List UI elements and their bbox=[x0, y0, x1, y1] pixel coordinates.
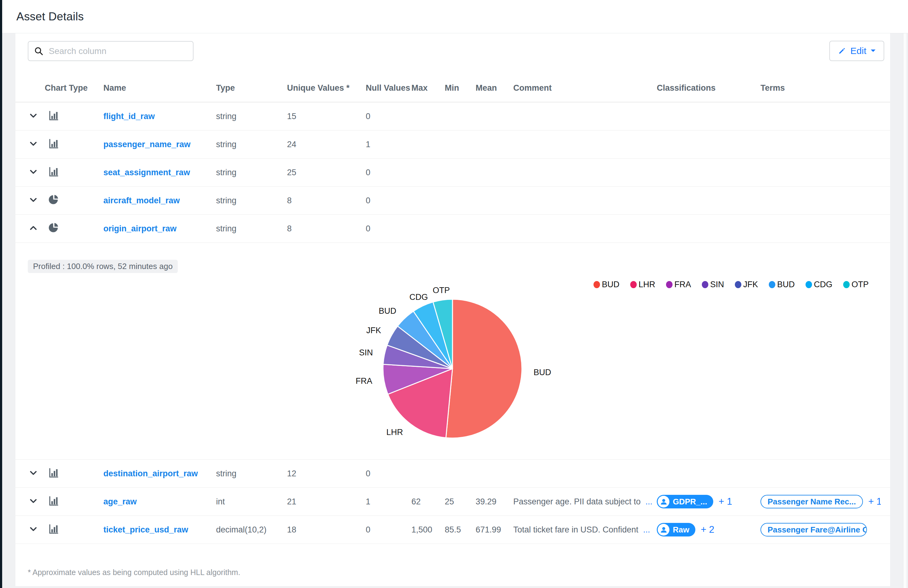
classification-tag[interactable]: Raw bbox=[657, 523, 695, 537]
pie-slice-label: OTP bbox=[433, 286, 450, 295]
comment-expand-link[interactable]: ... bbox=[646, 497, 652, 506]
column-header-unique-values: Unique Values * bbox=[287, 83, 366, 93]
vertical-scrollbar[interactable] bbox=[903, 33, 906, 588]
column-name-link[interactable]: aircraft_model_raw bbox=[103, 196, 180, 205]
bar-chart-icon bbox=[48, 527, 60, 537]
legend-label: CDG bbox=[814, 280, 832, 289]
null-values: 0 bbox=[366, 168, 411, 177]
table-toolbar: Edit bbox=[15, 33, 890, 74]
expand-row-button[interactable] bbox=[28, 110, 39, 121]
search-input[interactable] bbox=[28, 41, 193, 61]
bar-chart-icon bbox=[48, 114, 60, 123]
origin-airport-pie-chart[interactable]: BUDLHRFRASINJFKBUDCDGOTP bbox=[15, 243, 890, 459]
column-type: string bbox=[216, 112, 287, 121]
legend-label: FRA bbox=[675, 280, 691, 289]
column-type: decimal(10,2) bbox=[216, 525, 287, 535]
table-row: origin_airport_rawstring80 bbox=[15, 215, 890, 243]
legend-item-bud-0[interactable]: BUD bbox=[594, 280, 620, 289]
terms-cell: Passenger Name Rec...+ 1 bbox=[760, 495, 881, 508]
expand-row-button[interactable] bbox=[28, 138, 39, 149]
terms-more-count[interactable]: + 1 bbox=[868, 496, 881, 507]
column-name-link[interactable]: age_raw bbox=[103, 497, 137, 506]
legend-item-bud-5[interactable]: BUD bbox=[769, 280, 795, 289]
pie-chart-icon bbox=[48, 226, 59, 235]
pie-slice-label: BUD bbox=[534, 368, 551, 377]
legend-item-fra-2[interactable]: FRA bbox=[666, 280, 691, 289]
min-value: 25 bbox=[445, 497, 476, 506]
terms-cell: Passenger Fare@Airline O... bbox=[760, 523, 881, 537]
app-header: Asset Details bbox=[0, 0, 908, 33]
pie-slice-label: LHR bbox=[386, 427, 403, 437]
legend-label: LHR bbox=[639, 280, 655, 289]
null-values: 0 bbox=[366, 525, 411, 535]
mean-value: 671.99 bbox=[476, 525, 513, 535]
column-name-link[interactable]: origin_airport_raw bbox=[103, 224, 177, 233]
table-rows-top: flight_id_rawstring150passenger_name_raw… bbox=[15, 103, 890, 243]
column-header-terms: Terms bbox=[760, 83, 881, 93]
column-header-type: Type bbox=[216, 83, 287, 93]
legend-dot-icon bbox=[666, 281, 673, 288]
column-header-min: Min bbox=[445, 83, 476, 93]
column-type: string bbox=[216, 224, 287, 233]
unique-values: 12 bbox=[287, 469, 366, 479]
unique-values: 21 bbox=[287, 497, 366, 506]
column-name-link[interactable]: ticket_price_usd_raw bbox=[103, 525, 188, 534]
column-name-link[interactable]: seat_assignment_raw bbox=[103, 168, 190, 177]
classification-tag[interactable]: GDPR_... bbox=[657, 495, 713, 508]
unique-values: 8 bbox=[287, 224, 366, 233]
edit-button[interactable]: Edit bbox=[829, 41, 884, 61]
table-row: aircraft_model_rawstring80 bbox=[15, 186, 890, 215]
null-values: 0 bbox=[366, 469, 411, 479]
page-title: Asset Details bbox=[16, 10, 84, 23]
bar-chart-icon bbox=[48, 499, 60, 508]
column-comment: Total ticket fare in USD. Confident ... bbox=[513, 525, 657, 535]
column-name-link[interactable]: flight_id_raw bbox=[103, 112, 155, 121]
user-icon bbox=[658, 524, 670, 535]
legend-label: OTP bbox=[852, 280, 869, 289]
legend-label: JFK bbox=[743, 280, 758, 289]
table-row: flight_id_rawstring150 bbox=[15, 103, 890, 130]
column-name-link[interactable]: destination_airport_raw bbox=[103, 469, 198, 478]
legend-item-otp-7[interactable]: OTP bbox=[843, 280, 869, 289]
classifications-cell: Raw+ 2 bbox=[657, 523, 760, 537]
legend-item-lhr-1[interactable]: LHR bbox=[630, 280, 655, 289]
legend-label: SIN bbox=[710, 280, 724, 289]
expand-row-button[interactable] bbox=[28, 194, 39, 206]
table-row: seat_assignment_rawstring250 bbox=[15, 159, 890, 186]
pie-slice-bud-0[interactable] bbox=[446, 299, 522, 438]
legend-label: BUD bbox=[777, 280, 795, 289]
collapse-row-button[interactable] bbox=[28, 222, 39, 233]
table-row: destination_airport_rawstring120 bbox=[15, 459, 890, 488]
pie-slice-label: JFK bbox=[366, 326, 381, 335]
expand-row-button[interactable] bbox=[28, 495, 39, 506]
collapsed-sidebar-rail bbox=[0, 0, 2, 588]
term-tag[interactable]: Passenger Name Rec... bbox=[760, 495, 863, 508]
edit-button-label: Edit bbox=[850, 46, 866, 56]
asset-details-card: Edit Chart TypeNameTypeUnique Values *Nu… bbox=[15, 33, 890, 586]
pie-slice-label: FRA bbox=[356, 376, 372, 386]
min-value: 85.5 bbox=[445, 525, 476, 535]
legend-item-jfk-4[interactable]: JFK bbox=[735, 280, 758, 289]
column-type: int bbox=[216, 497, 287, 506]
column-name-link[interactable]: passenger_name_raw bbox=[103, 140, 190, 149]
table-row: age_rawint211622539.29Passenger age. PII… bbox=[15, 488, 890, 516]
column-type: string bbox=[216, 469, 287, 479]
null-values: 0 bbox=[366, 224, 411, 233]
unique-values: 8 bbox=[287, 196, 366, 206]
legend-dot-icon bbox=[735, 281, 741, 288]
classification-more-count[interactable]: + 1 bbox=[718, 496, 732, 507]
expand-row-button[interactable] bbox=[28, 468, 39, 479]
expand-row-button[interactable] bbox=[28, 524, 39, 535]
legend-label: BUD bbox=[602, 280, 620, 289]
chevron-down-icon bbox=[870, 49, 876, 53]
legend-item-sin-3[interactable]: SIN bbox=[702, 280, 724, 289]
null-values: 1 bbox=[366, 497, 411, 506]
column-header-null-values: Null Values bbox=[366, 83, 411, 93]
max-value: 1,500 bbox=[411, 525, 445, 535]
comment-expand-link[interactable]: ... bbox=[643, 525, 650, 534]
classification-more-count[interactable]: + 2 bbox=[700, 524, 714, 535]
legend-item-cdg-6[interactable]: CDG bbox=[805, 280, 832, 289]
term-tag[interactable]: Passenger Fare@Airline O... bbox=[760, 523, 867, 537]
unique-values: 24 bbox=[287, 140, 366, 149]
expand-row-button[interactable] bbox=[28, 166, 39, 177]
